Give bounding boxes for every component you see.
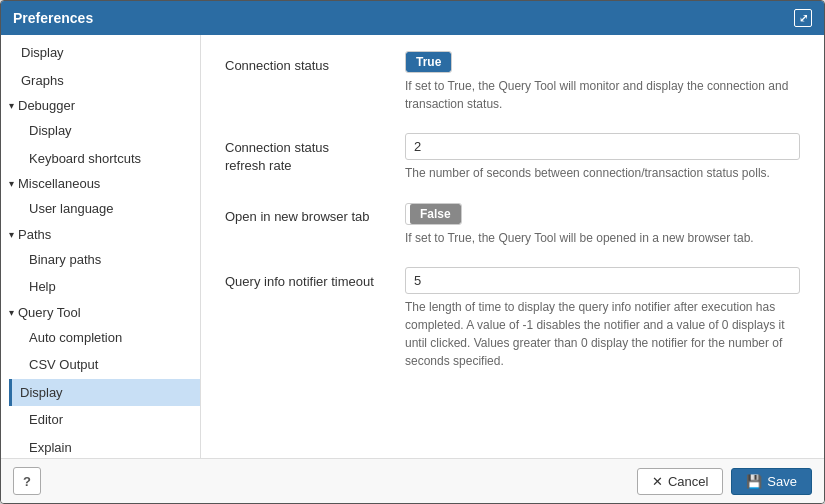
sidebar-item-debugger-keyboard[interactable]: Keyboard shortcuts [9,145,200,173]
form-row-refresh-rate: Connection statusrefresh rate The number… [225,133,800,182]
form-row-notifier-timeout: Query info notifier timeout The length o… [225,267,800,370]
sidebar-item-display-top[interactable]: Display [1,39,200,67]
field-refresh-rate: The number of seconds between connection… [405,133,800,182]
form-row-connection-status: Connection status True If set to True, t… [225,51,800,113]
sidebar-query-tool-children: Auto completion CSV Output Display Edito… [1,324,200,459]
sidebar-item-debugger-display[interactable]: Display [9,117,200,145]
sidebar: Display Graphs ▾ Debugger Display Keyboa… [1,35,201,458]
sidebar-item-csv-output[interactable]: CSV Output [9,351,200,379]
sidebar-group-misc-label: Miscellaneous [18,176,100,191]
sidebar-paths-children: Binary paths Help [1,246,200,301]
desc-notifier-timeout: The length of time to display the query … [405,298,800,370]
sidebar-item-explain[interactable]: Explain [9,434,200,459]
help-label: ? [23,474,31,489]
sidebar-item-help[interactable]: Help [9,273,200,301]
sidebar-item-graphs[interactable]: Graphs [1,67,200,95]
sidebar-group-query-tool[interactable]: ▾ Query Tool [1,301,200,324]
sidebar-group-paths-label: Paths [18,227,51,242]
sidebar-group-paths[interactable]: ▾ Paths [1,223,200,246]
desc-connection-status: If set to True, the Query Tool will moni… [405,77,800,113]
label-new-browser-tab: Open in new browser tab [225,202,405,226]
sidebar-item-user-language[interactable]: User language [9,195,200,223]
field-new-browser-tab: False If set to True, the Query Tool wil… [405,202,800,247]
desc-new-browser-tab: If set to True, the Query Tool will be o… [405,229,800,247]
sidebar-item-display-wrapper: Display [9,379,200,407]
toggle-false-label[interactable]: False [410,204,461,224]
input-refresh-rate[interactable] [405,133,800,160]
debugger-arrow-icon: ▾ [9,100,14,111]
label-connection-status: Connection status [225,51,405,75]
label-notifier-timeout: Query info notifier timeout [225,267,405,291]
desc-refresh-rate: The number of seconds between connection… [405,164,800,182]
field-notifier-timeout: The length of time to display the query … [405,267,800,370]
expand-button[interactable]: ⤢ [794,9,812,27]
modal-footer: ? ✕ Cancel 💾 Save [1,458,824,503]
cancel-icon: ✕ [652,474,663,489]
save-icon: 💾 [746,474,762,489]
misc-arrow-icon: ▾ [9,178,14,189]
sidebar-item-auto-completion[interactable]: Auto completion [9,324,200,352]
footer-right: ✕ Cancel 💾 Save [637,468,812,495]
query-tool-arrow-icon: ▾ [9,307,14,318]
modal-title: Preferences [13,10,93,26]
sidebar-debugger-children: Display Keyboard shortcuts [1,117,200,172]
toggle-connection-status[interactable]: True [405,51,452,73]
cancel-button[interactable]: ✕ Cancel [637,468,723,495]
sidebar-misc-children: User language [1,195,200,223]
sidebar-group-debugger-label: Debugger [18,98,75,113]
preferences-modal: Preferences ⤢ Display Graphs ▾ Debugger … [0,0,825,504]
help-button[interactable]: ? [13,467,41,495]
expand-icon: ⤢ [799,12,808,25]
paths-arrow-icon: ▾ [9,229,14,240]
sidebar-group-debugger[interactable]: ▾ Debugger [1,94,200,117]
modal-header: Preferences ⤢ [1,1,824,35]
sidebar-item-display[interactable]: Display [12,379,200,407]
toggle-true-label[interactable]: True [406,52,451,72]
label-refresh-rate: Connection statusrefresh rate [225,133,405,175]
sidebar-group-query-tool-label: Query Tool [18,305,81,320]
footer-left: ? [13,467,41,495]
toggle-new-browser-tab[interactable]: False [405,203,462,225]
field-connection-status: True If set to True, the Query Tool will… [405,51,800,113]
cancel-label: Cancel [668,474,708,489]
sidebar-item-editor[interactable]: Editor [9,406,200,434]
form-row-new-browser-tab: Open in new browser tab False If set to … [225,202,800,247]
save-button[interactable]: 💾 Save [731,468,812,495]
main-content: Connection status True If set to True, t… [201,35,824,458]
input-notifier-timeout[interactable] [405,267,800,294]
modal-body: Display Graphs ▾ Debugger Display Keyboa… [1,35,824,458]
sidebar-group-miscellaneous[interactable]: ▾ Miscellaneous [1,172,200,195]
sidebar-item-binary-paths[interactable]: Binary paths [9,246,200,274]
save-label: Save [767,474,797,489]
